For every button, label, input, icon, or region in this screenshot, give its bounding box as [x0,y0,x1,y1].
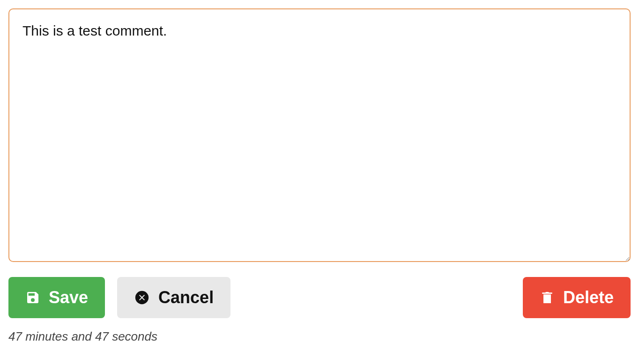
comment-textarea[interactable] [8,8,631,262]
trash-icon [540,290,555,306]
save-icon [25,290,40,305]
save-button-label: Save [49,288,88,307]
cancel-button-label: Cancel [158,288,214,307]
delete-button-label: Delete [563,288,614,307]
cancel-icon [134,290,150,306]
save-button[interactable]: Save [8,277,105,318]
delete-button[interactable]: Delete [523,277,631,318]
timestamp-text: 47 minutes and 47 seconds [8,329,631,344]
cancel-button[interactable]: Cancel [117,277,230,318]
action-button-row: Save Cancel Delete [8,277,631,318]
